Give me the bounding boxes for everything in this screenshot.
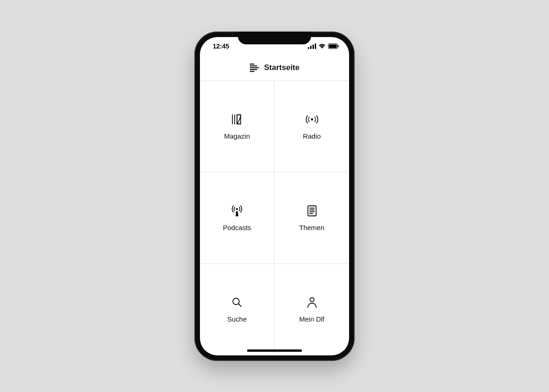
battery-icon xyxy=(328,43,339,49)
tile-grid: Magazin Radio xyxy=(200,81,349,355)
status-right xyxy=(308,43,339,49)
svg-point-23 xyxy=(310,298,314,302)
svg-rect-9 xyxy=(250,67,259,68)
app-header: Startseite xyxy=(200,55,349,81)
svg-rect-11 xyxy=(250,71,254,72)
tile-radio[interactable]: Radio xyxy=(274,81,349,172)
svg-rect-1 xyxy=(310,46,312,49)
app-logo-icon xyxy=(249,63,259,73)
cellular-signal-icon xyxy=(308,43,316,49)
svg-rect-16 xyxy=(308,206,316,216)
tile-themen[interactable]: Themen xyxy=(274,172,349,264)
home-indicator[interactable] xyxy=(247,349,302,352)
phone-screen: 12:45 xyxy=(200,37,349,355)
search-icon xyxy=(231,296,242,309)
svg-rect-7 xyxy=(250,64,254,64)
tile-mein-dlf[interactable]: Mein Dlf xyxy=(274,264,349,355)
svg-rect-5 xyxy=(329,44,337,48)
tile-label: Mein Dlf xyxy=(299,315,324,323)
tile-suche[interactable]: Suche xyxy=(200,264,274,355)
tile-label: Suche xyxy=(227,315,247,323)
svg-rect-6 xyxy=(338,45,339,47)
tile-label: Podcasts xyxy=(223,224,251,231)
svg-point-14 xyxy=(311,118,313,120)
svg-rect-2 xyxy=(312,44,314,49)
svg-rect-10 xyxy=(250,69,257,70)
phone-device: 12:45 xyxy=(194,32,355,361)
tile-label: Magazin xyxy=(224,132,250,140)
tile-label: Themen xyxy=(299,224,324,231)
tile-magazin[interactable]: Magazin xyxy=(200,81,274,172)
svg-rect-0 xyxy=(308,47,309,49)
status-time: 12:45 xyxy=(213,43,229,50)
tile-label: Radio xyxy=(303,132,321,140)
svg-point-15 xyxy=(236,208,238,210)
tile-podcasts[interactable]: Podcasts xyxy=(200,172,274,264)
magazine-icon xyxy=(231,113,243,126)
wifi-icon xyxy=(318,43,326,49)
phone-notch xyxy=(238,32,311,44)
page-title: Startseite xyxy=(264,63,299,72)
svg-line-22 xyxy=(238,304,241,306)
svg-rect-8 xyxy=(250,65,257,66)
podcast-icon xyxy=(231,204,243,217)
person-icon xyxy=(307,296,317,309)
svg-rect-3 xyxy=(315,43,316,49)
document-icon xyxy=(307,204,317,217)
radio-icon xyxy=(305,113,319,126)
